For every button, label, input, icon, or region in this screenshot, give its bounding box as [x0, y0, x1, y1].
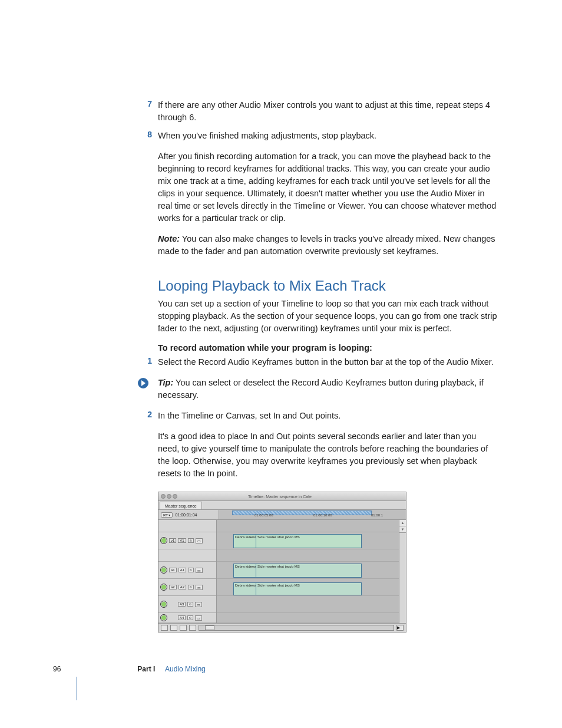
track-enable-icon[interactable] [160, 601, 167, 608]
note-text: You can also make changes to levels in t… [158, 234, 495, 256]
track-a4-lane[interactable] [217, 613, 406, 623]
loop-step-2-text: In the Timeline or Canvas, set In and Ou… [158, 410, 340, 422]
mute-icon[interactable]: ▭ [195, 615, 202, 621]
clip-a2-a[interactable]: Debra sidewa [233, 582, 258, 595]
src-a2[interactable]: a2 [169, 585, 177, 589]
note-para: Note: You can also make changes to level… [158, 233, 500, 258]
dest-a3[interactable]: A3 [178, 602, 186, 607]
loop-intro: You can set up a section of your Timelin… [158, 298, 500, 335]
loop-step-2-row: 2 In the Timeline or Canvas, set In and … [158, 410, 500, 422]
vertical-scrollbar[interactable]: ▲ ▼ [399, 520, 406, 623]
loop-step-2-num: 2 [138, 410, 152, 422]
part-label: Part I [137, 665, 155, 673]
after-para: After you finish recording automation fo… [158, 150, 500, 225]
lock-icon[interactable]: ⎋ [187, 602, 193, 607]
mute-icon[interactable]: ▭ [196, 585, 203, 590]
close-icon[interactable] [161, 494, 166, 499]
current-timecode: 01:00:01:04 [175, 513, 197, 517]
timeline-footer: ▶ [158, 623, 406, 632]
track-enable-icon[interactable] [160, 584, 167, 591]
ruler-row: RT ▾ 01:00:01:04 01:00:05:00 01:00:10:00… [158, 510, 406, 520]
dest-a2[interactable]: A2 [178, 585, 186, 589]
track-header-a4[interactable]: A4 ⎋ ▭ [158, 613, 216, 623]
tab-master-sequence[interactable]: Master sequence [160, 502, 202, 509]
loop-step-1-num: 1 [138, 356, 152, 368]
clip-a1-b[interactable]: Side master shot jacob MS [256, 564, 362, 578]
mute-icon[interactable]: ▭ [196, 568, 203, 573]
dest-v1[interactable]: V1 [178, 538, 186, 543]
in-out-region [232, 510, 372, 515]
track-headers: v1 V1 ⎋ ▭ a1 A1 ⎋ ▭ a2 [158, 520, 217, 623]
minimize-icon[interactable] [167, 494, 171, 499]
step-number-8: 8 [138, 130, 152, 142]
tip-text: You can select or deselect the Record Au… [158, 378, 484, 400]
loop-para: It's a good idea to place In and Out poi… [158, 430, 500, 480]
step-8-text: When you've finished making adjustments,… [158, 130, 376, 142]
step-7-row: 7 If there are any other Audio Mixer con… [158, 99, 500, 124]
clip-a1-a[interactable]: Debra sidewa [233, 564, 258, 578]
window-traffic-lights [158, 494, 177, 499]
scroll-thumb[interactable] [205, 625, 214, 630]
src-a1[interactable]: a1 [169, 568, 177, 572]
scroll-up-icon[interactable]: ▲ [399, 520, 406, 526]
ruler-tc-2: 01:00:10:00 [313, 513, 332, 517]
clip-a2-b[interactable]: Side master shot jacob MS [256, 582, 362, 595]
section-heading: Looping Playback to Mix Each Track [158, 278, 500, 294]
clip-v1-b[interactable]: Side master shot jacob MS [256, 534, 362, 548]
content-column: 7 If there are any other Audio Mixer con… [158, 99, 500, 633]
ruler-tc-1: 01:00:05:00 [254, 513, 273, 517]
ruler-tc-3: 01:00:1 [371, 513, 383, 517]
track-enable-icon[interactable] [160, 614, 167, 621]
note-label: Note: [158, 234, 180, 243]
timeline-screenshot: Timeline: Master sequence in Cafe Master… [158, 492, 406, 633]
dest-a4[interactable]: A4 [178, 615, 186, 620]
loop-step-1-text: Select the Record Audio Keyframes button… [158, 356, 494, 368]
page-footer: 96 Part I Audio Mixing [53, 665, 206, 673]
tip-label: Tip: [158, 378, 173, 387]
sequence-tabs: Master sequence [158, 501, 406, 510]
tip-row: Tip: You can select or deselect the Reco… [158, 377, 500, 401]
toggle-3[interactable] [180, 625, 187, 631]
track-enable-icon[interactable] [160, 537, 167, 544]
rt-menu[interactable]: RT ▾ [161, 512, 173, 518]
lock-icon[interactable]: ⎋ [187, 615, 193, 620]
track-header-a3[interactable]: A3 ⎋ ▭ [158, 596, 216, 613]
track-enable-icon[interactable] [160, 566, 167, 574]
clip-v1-a[interactable]: Debra sidewa [233, 534, 258, 548]
visible-icon[interactable]: ▭ [196, 538, 203, 543]
horizontal-scrollbar[interactable] [199, 625, 394, 631]
mute-icon[interactable]: ▭ [195, 602, 202, 607]
scroll-right-icon[interactable]: ▶ [396, 625, 404, 631]
ruler[interactable]: 01:00:05:00 01:00:10:00 01:00:1 [219, 510, 406, 519]
procedure-heading: To record automation while your program … [158, 343, 500, 353]
page-number: 96 [53, 665, 135, 673]
page: 7 If there are any other Audio Mixer con… [0, 0, 562, 728]
window-title: Timeline: Master sequence in Cafe [177, 495, 382, 499]
track-header-v1[interactable]: v1 V1 ⎋ ▭ [158, 532, 216, 549]
toggle-1[interactable] [161, 625, 168, 631]
ruler-left: RT ▾ 01:00:01:04 [158, 510, 219, 519]
scroll-down-icon[interactable]: ▼ [399, 526, 406, 533]
track-area[interactable]: Debra sidewa Side master shot jacob MS D… [217, 520, 406, 623]
src-v1[interactable]: v1 [169, 538, 176, 543]
step-7-text: If there are any other Audio Mixer contr… [158, 99, 500, 124]
lock-icon[interactable]: ⎋ [188, 538, 194, 543]
toggle-4[interactable] [189, 625, 196, 631]
track-a1-lane[interactable]: Debra sidewa Side master shot jacob MS [217, 562, 406, 579]
play-tip-icon [138, 378, 148, 388]
window-titlebar: Timeline: Master sequence in Cafe [158, 492, 406, 501]
step-number-7: 7 [138, 99, 152, 124]
lock-icon[interactable]: ⎋ [188, 585, 194, 589]
track-header-a1[interactable]: a1 A1 ⎋ ▭ [158, 562, 216, 579]
lock-icon[interactable]: ⎋ [188, 568, 194, 572]
track-header-a2[interactable]: a2 A2 ⎋ ▭ [158, 579, 216, 596]
dest-a1[interactable]: A1 [178, 568, 186, 572]
chapter-label: Audio Mixing [165, 665, 206, 673]
track-a2-lane[interactable]: Debra sidewa Side master shot jacob MS [217, 579, 406, 596]
step-8-row: 8 When you've finished making adjustment… [158, 130, 500, 142]
footer-rule [77, 677, 77, 700]
zoom-icon[interactable] [173, 494, 177, 499]
toggle-2[interactable] [170, 625, 177, 631]
track-a3-lane[interactable] [217, 596, 406, 613]
track-v1-lane[interactable]: Debra sidewa Side master shot jacob MS [217, 532, 406, 549]
